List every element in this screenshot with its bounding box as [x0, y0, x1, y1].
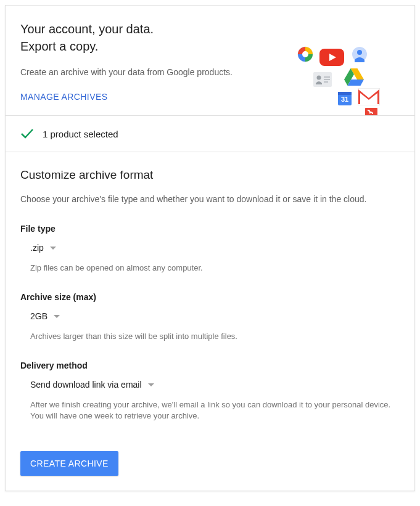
title-line-2: Export a copy. — [20, 39, 98, 53]
calendar-icon: 31 — [338, 92, 352, 105]
archive-size-dropdown[interactable]: 2GB — [20, 311, 60, 327]
file-type-field: File type .zip Zip files can be opened o… — [20, 224, 400, 274]
contacts-icon — [313, 72, 332, 87]
delivery-method-value: Send download link via email — [30, 380, 142, 390]
box-icon — [356, 108, 386, 116]
page-title: Your account, your data. Export a copy. — [20, 20, 279, 55]
customize-section: Customize archive format Choose your arc… — [6, 152, 414, 491]
gmail-icon — [358, 88, 380, 105]
title-line-1: Your account, your data. — [20, 22, 154, 36]
svg-rect-9 — [324, 81, 328, 83]
header-text-block: Your account, your data. Export a copy. … — [20, 20, 279, 104]
chevron-down-icon — [50, 247, 56, 250]
selection-status-bar[interactable]: 1 product selected — [6, 116, 414, 152]
file-type-help: Zip files can be opened on almost any co… — [20, 263, 400, 274]
delivery-method-field: Delivery method Send download link via e… — [20, 361, 400, 422]
svg-rect-13 — [358, 88, 380, 105]
delivery-method-help: After we finish creating your archive, w… — [20, 399, 400, 422]
chevron-down-icon — [54, 315, 60, 318]
svg-rect-15 — [360, 115, 382, 116]
photos-icon — [297, 46, 313, 62]
archive-size-label: Archive size (max) — [20, 292, 400, 302]
file-type-value: .zip — [30, 243, 44, 253]
customize-description: Choose your archive's file type and whet… — [20, 193, 400, 205]
youtube-icon — [319, 49, 344, 66]
manage-archives-link[interactable]: MANAGE ARCHIVES — [20, 89, 107, 104]
delivery-method-label: Delivery method — [20, 361, 400, 370]
create-archive-button[interactable]: CREATE ARCHIVE — [20, 451, 118, 476]
svg-rect-8 — [324, 79, 330, 80]
svg-point-6 — [317, 76, 321, 80]
file-type-label: File type — [20, 224, 400, 234]
page-subtitle: Create an archive with your data from Go… — [20, 66, 279, 78]
svg-rect-7 — [324, 76, 330, 78]
archive-size-field: Archive size (max) 2GB Archives larger t… — [20, 292, 400, 342]
product-icons-cluster: 31 — [297, 41, 402, 116]
delivery-method-dropdown[interactable]: Send download link via email — [20, 380, 154, 396]
selection-count-text: 1 product selected — [43, 129, 118, 139]
svg-point-1 — [302, 51, 308, 57]
svg-point-4 — [357, 50, 362, 55]
archive-size-value: 2GB — [30, 311, 47, 321]
svg-text:31: 31 — [341, 96, 348, 103]
header-section: Your account, your data. Export a copy. … — [6, 6, 414, 116]
customize-title: Customize archive format — [20, 168, 400, 182]
svg-rect-11 — [338, 92, 352, 95]
file-type-dropdown[interactable]: .zip — [20, 243, 56, 259]
drive-icon — [344, 68, 364, 86]
archive-size-help: Archives larger than this size will be s… — [20, 331, 400, 342]
checkmark-icon — [20, 128, 34, 139]
svg-rect-14 — [360, 115, 382, 116]
chevron-down-icon — [148, 383, 154, 386]
profile-icon — [352, 46, 368, 62]
takeout-panel: Your account, your data. Export a copy. … — [5, 5, 415, 491]
